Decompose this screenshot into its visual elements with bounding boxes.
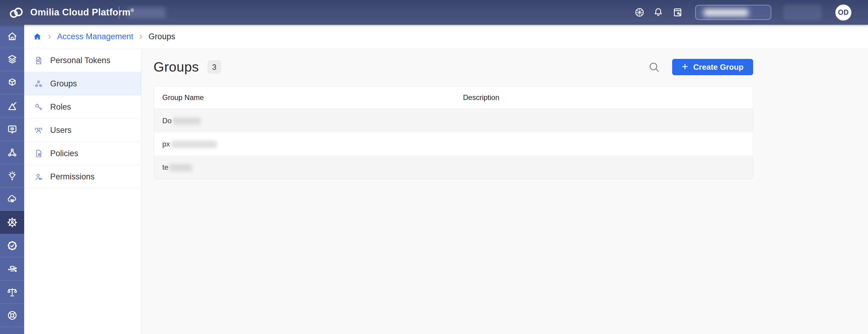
table-row[interactable]: Do: [154, 109, 753, 132]
rail-item-block[interactable]: [0, 71, 24, 95]
group-name-cell: Do: [162, 116, 463, 125]
rail-item-certification[interactable]: [0, 234, 24, 257]
rail-item-home[interactable]: [0, 25, 24, 48]
sidebar-item-personal-tokens[interactable]: Personal Tokens: [24, 49, 141, 72]
note-key-icon[interactable]: [672, 7, 683, 18]
rail-item-conversation[interactable]: [0, 118, 24, 141]
certification-icon: [7, 240, 18, 251]
redacted-text: [173, 118, 201, 125]
compliance-scales-icon: [7, 287, 18, 298]
redacted-text: [171, 141, 217, 148]
sidebar-item-groups[interactable]: Groups: [24, 72, 141, 95]
groups-table: Group Name Description Do px te: [154, 86, 753, 179]
conversation-icon: [7, 124, 18, 135]
policy-document-icon: [34, 149, 43, 158]
redacted-topbar-menu-item[interactable]: [127, 7, 166, 19]
app-root: Omilia Cloud Platform®: [0, 0, 868, 334]
rail-item-access-management[interactable]: [0, 211, 24, 234]
users-icon: [34, 126, 43, 135]
redacted-user-name: [783, 4, 822, 20]
breadcrumb: Access Management Groups: [24, 25, 868, 49]
key-icon: [34, 102, 43, 112]
create-group-button[interactable]: + Create Group: [672, 59, 753, 75]
sidebar-item-label: Groups: [50, 79, 77, 89]
redacted-text: [169, 164, 192, 171]
design-icon: [7, 101, 18, 112]
lightbulb-icon: [7, 170, 18, 181]
create-group-button-label: Create Group: [693, 63, 743, 72]
sidebar-item-label: Users: [50, 126, 72, 135]
permission-person-icon: [34, 172, 43, 181]
sidebar-item-roles[interactable]: Roles: [24, 95, 141, 119]
sidebar-item-label: Personal Tokens: [50, 56, 110, 65]
sidebar-item-policies[interactable]: Policies: [24, 142, 141, 165]
rail-item-lightbulb[interactable]: [0, 164, 24, 188]
brand: Omilia Cloud Platform®: [8, 0, 134, 25]
group-name-cell: te: [162, 163, 463, 171]
sidebar: Personal Tokens Groups Roles Users: [24, 49, 142, 334]
sidebar-item-users[interactable]: Users: [24, 119, 141, 142]
sidebar-item-permissions[interactable]: Permissions: [24, 165, 141, 189]
nodes-icon: [7, 147, 18, 158]
brightness-icon[interactable]: [634, 7, 645, 18]
home-breadcrumb-icon[interactable]: [33, 32, 42, 41]
redacted-text: [704, 9, 748, 16]
topbar-divider: [119, 6, 119, 19]
support-icon: [7, 310, 18, 321]
count-badge: 3: [207, 60, 221, 74]
search-button[interactable]: [648, 61, 660, 73]
main-content: Groups 3 + Create Group Group Name Descr…: [142, 49, 868, 334]
layers-icon: [7, 54, 18, 65]
topbar: Omilia Cloud Platform®: [0, 0, 868, 25]
table-header-row: Group Name Description: [154, 87, 753, 109]
redacted-tenant-selector[interactable]: [695, 5, 771, 20]
group-name-cell: px: [162, 140, 463, 148]
page-title: Groups: [154, 59, 199, 75]
sidebar-item-label: Policies: [50, 149, 78, 158]
table-row[interactable]: px: [154, 132, 753, 156]
column-header-description: Description: [463, 93, 744, 102]
rail-item-compliance[interactable]: [0, 280, 24, 304]
rail-item-layers[interactable]: [0, 48, 24, 71]
sidebar-item-label: Permissions: [50, 172, 95, 181]
sidebar-item-label: Roles: [50, 102, 71, 112]
avatar[interactable]: OD: [835, 4, 851, 21]
notifications-bell-icon[interactable]: [653, 7, 664, 18]
rail-item-automation[interactable]: [0, 257, 24, 280]
breadcrumb-current: Groups: [148, 32, 175, 41]
chevron-right-icon: [46, 34, 53, 40]
rail-item-support[interactable]: [0, 304, 24, 327]
home-icon: [7, 31, 18, 42]
cloud-icon: [7, 194, 18, 205]
token-document-icon: [34, 56, 43, 65]
rail-item-nodes[interactable]: [0, 141, 24, 164]
brand-cloud-logo-icon: [8, 6, 25, 19]
groups-icon: [34, 79, 43, 89]
breadcrumb-link-access-management[interactable]: Access Management: [57, 32, 133, 41]
search-icon: [648, 61, 660, 73]
block-icon: [7, 77, 18, 89]
rail-item-design[interactable]: [0, 95, 24, 118]
content-header: Groups 3 + Create Group: [154, 57, 753, 77]
access-management-icon: [7, 217, 18, 228]
icon-rail: [0, 25, 24, 334]
chevron-right-icon: [138, 34, 144, 40]
automation-icon: [7, 263, 18, 274]
rail-item-cloud[interactable]: [0, 188, 24, 211]
table-row[interactable]: te: [154, 156, 753, 179]
column-header-group-name: Group Name: [162, 93, 463, 102]
